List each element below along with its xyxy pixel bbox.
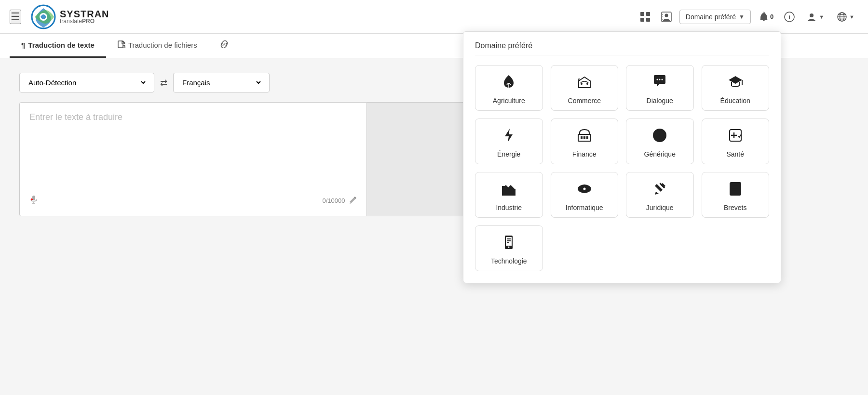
globe-caret-icon: ▼	[849, 14, 854, 20]
domain-item-industrie[interactable]: Industrie	[475, 172, 543, 218]
agriculture-label: Agriculture	[493, 97, 525, 105]
contacts-button[interactable]	[658, 9, 675, 25]
logo-text: SYSTRAN translatePRO	[60, 9, 109, 25]
domain-item-finance[interactable]: Finance	[551, 118, 619, 164]
domain-item-energie[interactable]: Énergie	[475, 118, 543, 164]
domain-item-technologie[interactable]: Technologie	[475, 225, 543, 271]
paragraph-icon: ¶	[21, 41, 25, 49]
notification-count: 0	[770, 13, 773, 20]
domain-item-education[interactable]: Éducation	[702, 65, 770, 111]
education-label: Éducation	[720, 97, 750, 105]
grid-button[interactable]	[637, 9, 653, 25]
svg-point-61	[508, 247, 510, 248]
domain-grid: Agriculture Commerce Dialogue Éducation	[475, 65, 769, 271]
svg-point-30	[586, 83, 588, 85]
svg-point-31	[657, 79, 658, 80]
domain-item-informatique[interactable]: Informatique	[551, 172, 619, 218]
link-icon	[220, 40, 228, 50]
sante-icon	[728, 128, 743, 145]
sante-label: Santé	[726, 150, 744, 158]
globe-button[interactable]: ▼	[833, 9, 858, 25]
svg-marker-34	[729, 76, 742, 84]
generique-label: Générique	[644, 150, 676, 158]
juridique-icon	[652, 181, 667, 199]
informatique-icon	[577, 181, 592, 199]
logo-icon	[31, 4, 56, 29]
finance-label: Finance	[572, 150, 597, 158]
commerce-label: Commerce	[568, 97, 601, 105]
mic-icon[interactable]	[29, 195, 38, 206]
industrie-label: Industrie	[496, 204, 522, 211]
svg-rect-3	[646, 12, 650, 16]
brevets-label: Brevets	[724, 204, 746, 211]
logo: SYSTRAN translatePRO	[31, 4, 109, 29]
svg-point-21	[123, 45, 125, 47]
tab-file-label: Traduction de fichiers	[128, 41, 197, 49]
svg-rect-5	[646, 18, 650, 22]
domain-item-dialogue[interactable]: Dialogue	[626, 65, 694, 111]
target-lang-select[interactable]: Français	[173, 73, 270, 92]
svg-point-33	[662, 79, 663, 80]
svg-rect-63	[507, 240, 511, 241]
agriculture-icon	[501, 74, 516, 92]
topnav: ☰ SYSTRAN translatePRO	[0, 0, 868, 34]
notification-button[interactable]: 0	[756, 9, 776, 25]
tab-file-translation[interactable]: Traduction de fichiers	[106, 34, 209, 58]
domain-item-juridique[interactable]: Juridique	[626, 172, 694, 218]
svg-rect-62	[507, 238, 511, 239]
svg-rect-8	[662, 14, 663, 15]
svg-rect-4	[640, 18, 644, 22]
education-icon	[728, 74, 743, 92]
domain-panel: Domaine préféré Agriculture Commerce Dia…	[463, 31, 781, 283]
brevets-icon	[728, 181, 743, 199]
domain-panel-title: Domaine préféré	[475, 41, 769, 55]
juridique-label: Juridique	[646, 204, 674, 211]
svg-point-14	[810, 13, 814, 17]
domain-preferred-button[interactable]: Domaine préféré ▼	[679, 10, 751, 24]
char-count: 0/10000	[323, 197, 345, 204]
domain-item-agriculture[interactable]: Agriculture	[475, 65, 543, 111]
energie-icon	[501, 128, 516, 145]
svg-rect-40	[586, 136, 588, 139]
svg-marker-47	[507, 185, 515, 189]
source-text-box: 0/10000	[19, 102, 367, 216]
source-lang-select[interactable]: Auto-Détection	[19, 73, 154, 92]
svg-point-11	[763, 12, 764, 13]
svg-point-29	[581, 83, 583, 85]
user-button[interactable]: ▼	[802, 9, 828, 25]
svg-rect-39	[583, 136, 585, 139]
svg-point-7	[665, 13, 668, 17]
finance-icon	[577, 128, 592, 145]
domain-item-commerce[interactable]: Commerce	[551, 65, 619, 111]
chevron-down-icon: ▼	[739, 13, 745, 20]
target-lang-dropdown[interactable]: Français	[180, 78, 262, 87]
source-lang-dropdown[interactable]: Auto-Détection	[27, 78, 147, 87]
tab-text-label: Traduction de texte	[28, 41, 95, 49]
generique-icon	[652, 128, 667, 145]
hamburger-button[interactable]: ☰	[10, 10, 21, 24]
lang-selector-row: Auto-Détection ⇄ Français	[19, 73, 405, 92]
domain-item-generique[interactable]: Générique	[626, 118, 694, 164]
informatique-label: Informatique	[566, 204, 603, 211]
tab-link-translation[interactable]	[209, 34, 240, 58]
svg-text:i: i	[788, 13, 790, 20]
tab-text-translation[interactable]: ¶ Traduction de texte	[10, 34, 106, 58]
svg-rect-48	[507, 191, 511, 196]
svg-rect-9	[662, 16, 663, 17]
svg-rect-2	[640, 12, 644, 16]
svg-point-42	[660, 139, 662, 140]
swap-languages-button[interactable]: ⇄	[160, 78, 167, 88]
domain-item-brevets[interactable]: Brevets	[702, 172, 770, 218]
user-caret-icon: ▼	[819, 14, 824, 20]
svg-line-22	[124, 47, 125, 48]
commerce-icon	[577, 74, 592, 92]
svg-rect-38	[581, 136, 583, 139]
domain-item-sante[interactable]: Santé	[702, 118, 770, 164]
svg-rect-10	[662, 19, 663, 20]
source-text-input[interactable]	[29, 112, 357, 189]
edit-icon[interactable]	[349, 196, 357, 206]
info-button[interactable]: i	[781, 9, 798, 25]
file-icon	[118, 40, 125, 50]
svg-rect-64	[507, 242, 509, 243]
technologie-icon	[501, 235, 516, 252]
